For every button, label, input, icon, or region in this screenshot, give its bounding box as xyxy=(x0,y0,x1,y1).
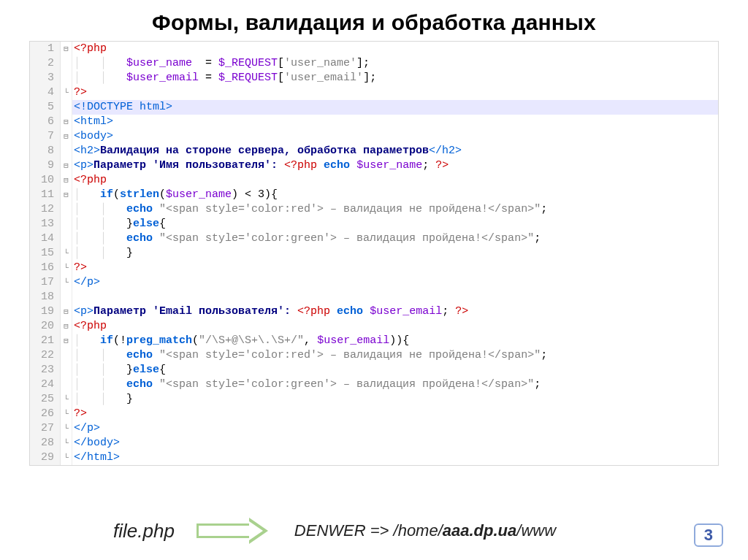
fold-gutter: └ xyxy=(61,450,72,465)
fold-gutter xyxy=(61,348,72,363)
code-line: 13│ │ }else{ xyxy=(30,217,718,231)
code-content: </body> xyxy=(72,436,718,450)
code-content: │ if(!preg_match("/\S+@\S+\.\S+/", $user… xyxy=(72,334,718,348)
code-content: │ │ echo "<span style='color:green'> – в… xyxy=(72,377,718,392)
code-line: 20⊟<?php xyxy=(30,319,718,334)
code-line: 1⊟<?php xyxy=(30,42,718,56)
code-line: 24│ │ echo "<span style='color:green'> –… xyxy=(30,377,718,392)
line-number: 16 xyxy=(30,261,61,275)
line-number: 2 xyxy=(30,56,61,71)
code-content: </p> xyxy=(72,421,718,436)
code-content: ?> xyxy=(72,85,718,100)
code-content: <html> xyxy=(72,115,718,129)
fold-gutter: ⊟ xyxy=(61,129,72,144)
footer: file.php DENWER => /home/aaa.dp.ua/www xyxy=(0,518,748,544)
page-number: 3 xyxy=(694,523,723,547)
code-content: ?> xyxy=(72,261,718,275)
fold-gutter xyxy=(61,100,72,115)
code-line: 10⊟<?php xyxy=(30,173,718,188)
code-line: 9⊟<p>Параметр 'Имя пользователя': <?php … xyxy=(30,158,718,173)
code-line: 27└</p> xyxy=(30,421,718,436)
fold-gutter: ⊟ xyxy=(61,42,72,56)
code-content: │ │ }else{ xyxy=(72,217,718,231)
fold-gutter: ⊟ xyxy=(61,158,72,173)
code-line: 11⊟│ if(strlen($user_name) < 3){ xyxy=(30,188,718,202)
line-number: 7 xyxy=(30,129,61,144)
line-number: 26 xyxy=(30,407,61,421)
code-content: <p>Параметр 'Имя пользователя': <?php ec… xyxy=(72,158,718,173)
code-content: │ │ }else{ xyxy=(72,363,718,377)
code-content: │ │ echo "<span style='color:red'> – вал… xyxy=(72,348,718,363)
code-content xyxy=(72,290,718,304)
code-content: <?php xyxy=(72,42,718,56)
fold-gutter: └ xyxy=(61,421,72,436)
code-line: 22│ │ echo "<span style='color:red'> – в… xyxy=(30,348,718,363)
fold-gutter: ⊟ xyxy=(61,173,72,188)
line-number: 29 xyxy=(30,450,61,465)
code-line: 8<h2>Валидация на стороне сервера, обраб… xyxy=(30,144,718,158)
fold-gutter: └ xyxy=(61,275,72,290)
line-number: 1 xyxy=(30,42,61,56)
slide-title: Формы, валидация и обработка данных xyxy=(0,10,748,35)
code-line: 18 xyxy=(30,290,718,304)
code-line: 19⊟<p>Параметр 'Email пользователя': <?p… xyxy=(30,304,718,319)
line-number: 28 xyxy=(30,436,61,450)
code-content: │ if(strlen($user_name) < 3){ xyxy=(72,188,718,202)
fold-gutter: └ xyxy=(61,246,72,261)
code-content: │ │ echo "<span style='color:red'> – вал… xyxy=(72,202,718,217)
code-content: <body> xyxy=(72,129,718,144)
code-content: <p>Параметр 'Email пользователя': <?php … xyxy=(72,304,718,319)
line-number: 24 xyxy=(30,377,61,392)
code-content: │ │ } xyxy=(72,392,718,407)
fold-gutter: └ xyxy=(61,392,72,407)
code-content: │ │ echo "<span style='color:green'> – в… xyxy=(72,231,718,246)
line-number: 23 xyxy=(30,363,61,377)
fold-gutter xyxy=(61,202,72,217)
code-line: 6⊟<html> xyxy=(30,115,718,129)
code-line: 16└?> xyxy=(30,261,718,275)
code-line: 3│ │ $user_email = $_REQUEST['user_email… xyxy=(30,71,718,85)
fold-gutter xyxy=(61,71,72,85)
code-line: 2│ │ $user_name = $_REQUEST['user_name']… xyxy=(30,56,718,71)
line-number: 25 xyxy=(30,392,61,407)
code-content: │ │ $user_email = $_REQUEST['user_email'… xyxy=(72,71,718,85)
fold-gutter xyxy=(61,56,72,71)
line-number: 18 xyxy=(30,290,61,304)
fold-gutter xyxy=(61,231,72,246)
code-line: 7⊟<body> xyxy=(30,129,718,144)
line-number: 27 xyxy=(30,421,61,436)
line-number: 13 xyxy=(30,217,61,231)
fold-gutter xyxy=(61,290,72,304)
line-number: 12 xyxy=(30,202,61,217)
code-content: <?php xyxy=(72,319,718,334)
line-number: 14 xyxy=(30,231,61,246)
line-number: 20 xyxy=(30,319,61,334)
code-content: </p> xyxy=(72,275,718,290)
line-number: 10 xyxy=(30,173,61,188)
code-line: 17└</p> xyxy=(30,275,718,290)
fold-gutter xyxy=(61,377,72,392)
line-number: 19 xyxy=(30,304,61,319)
fold-gutter xyxy=(61,363,72,377)
line-number: 8 xyxy=(30,144,61,158)
fold-gutter: ⊟ xyxy=(61,115,72,129)
line-number: 4 xyxy=(30,85,61,100)
fold-gutter: ⊟ xyxy=(61,188,72,202)
fold-gutter: └ xyxy=(61,85,72,100)
code-line: 12│ │ echo "<span style='color:red'> – в… xyxy=(30,202,718,217)
code-line: 14│ │ echo "<span style='color:green'> –… xyxy=(30,231,718,246)
code-editor: 1⊟<?php2│ │ $user_name = $_REQUEST['user… xyxy=(29,41,719,466)
code-content: ?> xyxy=(72,407,718,421)
line-number: 21 xyxy=(30,334,61,348)
line-number: 15 xyxy=(30,246,61,261)
line-number: 6 xyxy=(30,115,61,129)
line-number: 5 xyxy=(30,100,61,115)
code-content: │ │ } xyxy=(72,246,718,261)
code-line: 29└</html> xyxy=(30,450,718,465)
fold-gutter: ⊟ xyxy=(61,304,72,319)
fold-gutter: └ xyxy=(61,407,72,421)
line-number: 9 xyxy=(30,158,61,173)
footer-path: DENWER => /home/aaa.dp.ua/www xyxy=(294,521,556,540)
code-content: │ │ $user_name = $_REQUEST['user_name']; xyxy=(72,56,718,71)
line-number: 22 xyxy=(30,348,61,363)
